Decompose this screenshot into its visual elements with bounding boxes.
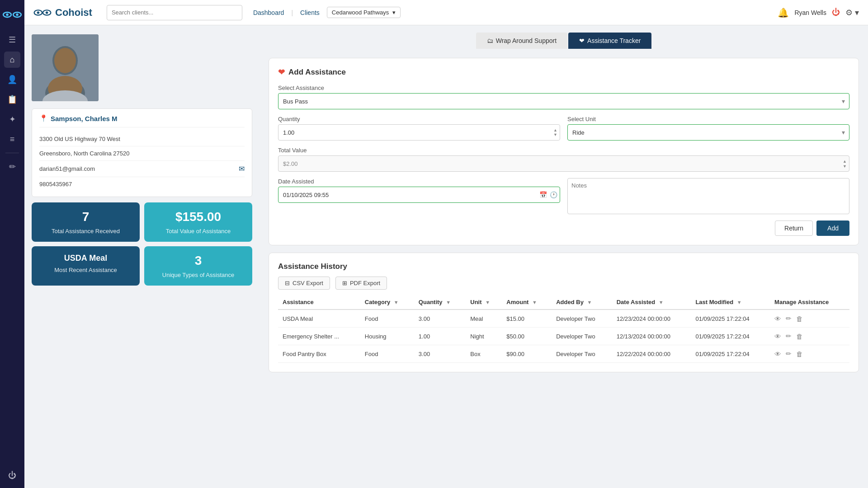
filter-category-icon[interactable]: ▼ bbox=[394, 300, 399, 305]
csv-export-label: CSV Export bbox=[292, 280, 323, 286]
sidebar-sparkle-icon[interactable]: ✦ bbox=[4, 111, 20, 127]
add-button[interactable]: Add bbox=[816, 221, 849, 236]
filter-date-icon[interactable]: ▼ bbox=[659, 300, 664, 305]
sidebar-clipboard-icon[interactable]: 📋 bbox=[4, 91, 20, 108]
cell-unit-1: Night bbox=[466, 328, 502, 345]
csv-export-button[interactable]: ⊟ CSV Export bbox=[278, 277, 330, 290]
sidebar-users-icon[interactable]: 👤 bbox=[4, 71, 20, 88]
edit-icon-1[interactable]: ✏ bbox=[786, 332, 792, 340]
tab-wrap-around[interactable]: 🗂 Wrap Around Support bbox=[476, 33, 567, 49]
calendar-icon[interactable]: 📅 bbox=[539, 191, 547, 198]
nav-dashboard[interactable]: Dashboard bbox=[253, 9, 284, 16]
csv-icon: ⊟ bbox=[285, 280, 290, 286]
sidebar-power-icon[interactable]: ⏻ bbox=[4, 467, 20, 483]
table-header-row: Assistance Category ▼ Quantity ▼ Unit ▼ … bbox=[278, 295, 849, 310]
select-unit-field[interactable]: Ride bbox=[567, 124, 849, 141]
org-name: Cedarwood Pathways bbox=[332, 9, 389, 16]
stat-total-assistance-value: 7 bbox=[37, 210, 134, 224]
tv-up-arrow[interactable]: ▲ bbox=[843, 159, 847, 164]
cell-manage-0: 👁 ✏ 🗑 bbox=[770, 310, 849, 328]
delete-icon-1[interactable]: 🗑 bbox=[796, 333, 803, 340]
select-assistance-label: Select Assistance bbox=[278, 84, 849, 91]
sidebar-home-icon[interactable]: ⌂ bbox=[4, 52, 20, 68]
sidebar-pen-icon[interactable]: ✏ bbox=[4, 159, 20, 175]
qty-up-arrow[interactable]: ▲ bbox=[553, 128, 557, 132]
stat-total-assistance: 7 Total Assistance Received bbox=[32, 202, 140, 242]
table-row: USDA Meal Food 3.00 Meal $15.00 Develope… bbox=[278, 310, 849, 328]
notes-field[interactable] bbox=[567, 178, 849, 214]
power-icon[interactable]: ⏻ bbox=[832, 8, 840, 17]
delete-icon-0[interactable]: 🗑 bbox=[796, 315, 803, 323]
select-assistance-field[interactable]: Bus Pass bbox=[278, 93, 849, 109]
clock-icon[interactable]: 🕐 bbox=[550, 191, 557, 198]
quantity-input[interactable] bbox=[278, 124, 560, 141]
cell-amount-1: $50.00 bbox=[502, 328, 552, 345]
stat-unique-types-value: 3 bbox=[150, 253, 247, 268]
bell-icon[interactable]: 🔔 bbox=[778, 7, 789, 18]
tab-wrap-around-label: Wrap Around Support bbox=[496, 37, 557, 44]
assistance-history-section: Assistance History ⊟ CSV Export ⊞ PDF Ex… bbox=[269, 253, 859, 372]
svg-point-6 bbox=[37, 11, 40, 14]
cell-unit-0: Meal bbox=[466, 310, 502, 328]
wrap-around-icon: 🗂 bbox=[487, 37, 493, 44]
org-selector[interactable]: Cedarwood Pathways ▾ bbox=[327, 7, 401, 18]
add-assistance-title: ❤ Add Assistance bbox=[278, 67, 849, 77]
filter-amount-icon[interactable]: ▼ bbox=[532, 300, 537, 305]
filter-addedby-icon[interactable]: ▼ bbox=[587, 300, 592, 305]
assistance-tracker-icon: ❤ bbox=[579, 37, 585, 44]
total-value-label: Total Value bbox=[278, 147, 849, 154]
org-dropdown-icon: ▾ bbox=[392, 9, 396, 16]
view-icon-2[interactable]: 👁 bbox=[774, 350, 781, 358]
col-assistance: Assistance bbox=[278, 295, 360, 310]
cell-assistance-0: USDA Meal bbox=[278, 310, 360, 328]
tab-assistance-tracker[interactable]: ❤ Assistance Tracker bbox=[568, 33, 651, 49]
table-body: USDA Meal Food 3.00 Meal $15.00 Develope… bbox=[278, 310, 849, 363]
phone-row: 9805435967 bbox=[39, 177, 245, 191]
delete-icon-2[interactable]: 🗑 bbox=[796, 350, 803, 358]
tabs-row: 🗂 Wrap Around Support ❤ Assistance Track… bbox=[269, 33, 859, 49]
filter-unit-icon[interactable]: ▼ bbox=[485, 300, 490, 305]
page-body: 📍 Sampson, Charles M 3300 Old US Highway… bbox=[24, 25, 868, 488]
filter-quantity-icon[interactable]: ▼ bbox=[446, 300, 451, 305]
sidebar-list-icon[interactable]: ≡ bbox=[4, 131, 20, 147]
email-row: darian51@gmail.com ✉ bbox=[39, 161, 245, 177]
cell-date-1: 12/13/2024 00:00:00 bbox=[612, 328, 691, 345]
cell-category-1: Housing bbox=[360, 328, 414, 345]
search-input[interactable] bbox=[107, 5, 242, 20]
stat-total-value-value: $155.00 bbox=[150, 210, 247, 224]
view-icon-1[interactable]: 👁 bbox=[774, 333, 781, 340]
nav-links: Dashboard | Clients bbox=[253, 9, 320, 16]
cell-date-0: 12/23/2024 00:00:00 bbox=[612, 310, 691, 328]
edit-icon-0[interactable]: ✏ bbox=[786, 314, 792, 323]
client-phone: 9805435967 bbox=[39, 181, 72, 188]
edit-icon-2[interactable]: ✏ bbox=[786, 350, 792, 358]
address-line2: Greensboro, North Carolina 27520 bbox=[39, 150, 129, 157]
stat-most-recent-value: USDA Meal bbox=[37, 253, 134, 263]
sidebar-logo bbox=[2, 5, 22, 24]
view-icon-0[interactable]: 👁 bbox=[774, 315, 781, 323]
email-icon[interactable]: ✉ bbox=[239, 164, 245, 173]
tv-down-arrow[interactable]: ▼ bbox=[843, 164, 847, 169]
gear-icon[interactable]: ⚙ ▾ bbox=[845, 8, 859, 18]
nav-clients[interactable]: Clients bbox=[300, 9, 320, 16]
pdf-export-button[interactable]: ⊞ PDF Export bbox=[335, 277, 387, 290]
navbar-right: 🔔 Ryan Wells ⏻ ⚙ ▾ bbox=[778, 7, 859, 18]
cell-addedby-1: Developer Two bbox=[552, 328, 612, 345]
notes-group bbox=[567, 178, 849, 214]
return-button[interactable]: Return bbox=[775, 221, 813, 236]
date-assisted-input[interactable] bbox=[278, 187, 560, 203]
cell-addedby-2: Developer Two bbox=[552, 345, 612, 363]
select-assistance-wrapper: Bus Pass bbox=[278, 93, 849, 109]
filter-modified-icon[interactable]: ▼ bbox=[737, 300, 742, 305]
main-content: Cohoist Dashboard | Clients Cedarwood Pa… bbox=[24, 0, 868, 488]
col-manage: Manage Assistance bbox=[770, 295, 849, 310]
svg-point-3 bbox=[16, 13, 19, 16]
select-assistance-group: Select Assistance Bus Pass bbox=[278, 84, 849, 109]
assistance-table: Assistance Category ▼ Quantity ▼ Unit ▼ … bbox=[278, 295, 849, 363]
col-unit: Unit ▼ bbox=[466, 295, 502, 310]
sidebar-menu-icon[interactable]: ☰ bbox=[4, 32, 20, 48]
col-quantity: Quantity ▼ bbox=[414, 295, 466, 310]
qty-down-arrow[interactable]: ▼ bbox=[553, 133, 557, 137]
add-assistance-section: ❤ Add Assistance Select Assistance Bus P… bbox=[269, 58, 859, 245]
col-date-assisted: Date Assisted ▼ bbox=[612, 295, 691, 310]
